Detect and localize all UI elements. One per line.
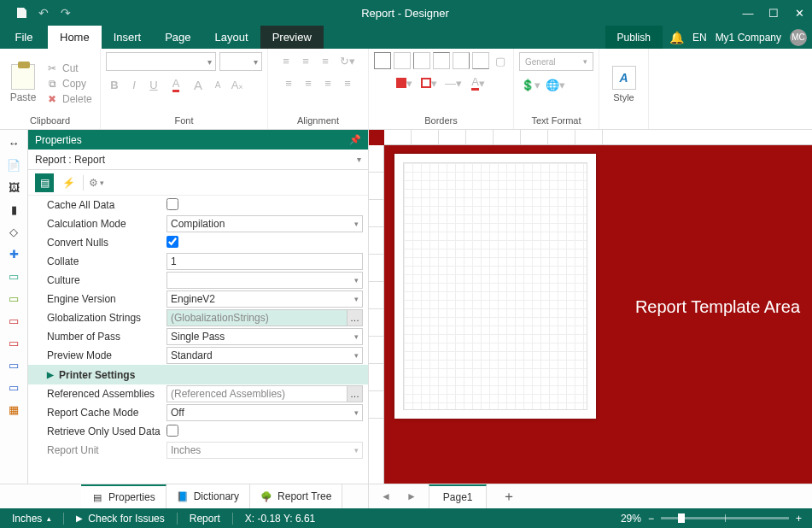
align-bottom-icon[interactable]: ≡: [317, 52, 334, 69]
bold-button[interactable]: B: [106, 76, 123, 93]
font-color-button[interactable]: A: [165, 76, 187, 93]
tool-component-icon[interactable]: ✚: [4, 244, 23, 263]
page-prev-button[interactable]: ◄: [377, 490, 394, 502]
page-tab[interactable]: Page1: [429, 484, 488, 508]
property-value[interactable]: [166, 198, 368, 213]
tool-text-icon[interactable]: 📄: [4, 155, 23, 174]
style-icon[interactable]: A: [612, 66, 636, 90]
minimize-button[interactable]: —: [735, 0, 761, 26]
property-combo[interactable]: Off▾: [166, 404, 363, 421]
property-value[interactable]: Single Pass▾: [166, 328, 368, 345]
property-value[interactable]: Compilation▾: [166, 215, 368, 232]
border-left-button[interactable]: [413, 52, 430, 69]
border-color-button[interactable]: ▾: [418, 74, 440, 91]
locale-button[interactable]: 🌐▾: [544, 76, 566, 93]
company-label[interactable]: My1 Company: [716, 32, 781, 44]
property-ellipsis[interactable]: (Referenced Assemblies)…: [166, 385, 363, 402]
add-page-button[interactable]: ＋: [495, 488, 523, 506]
tool-band3-icon[interactable]: ▭: [4, 311, 23, 330]
align-top-icon[interactable]: ≡: [277, 52, 295, 69]
tool-shape-icon[interactable]: ◇: [4, 222, 23, 241]
font-name-select[interactable]: ▾: [106, 52, 216, 71]
tab-report-tree[interactable]: 🌳Report Tree: [250, 484, 342, 508]
copy-button[interactable]: ⧉Copy: [46, 78, 92, 90]
property-combo[interactable]: Single Pass▾: [166, 328, 363, 345]
property-checkbox[interactable]: [166, 198, 178, 210]
tool-cross-icon[interactable]: ▭: [4, 355, 23, 374]
property-combo[interactable]: EngineV2▾: [166, 290, 363, 308]
shadow-button[interactable]: ▢: [492, 52, 509, 69]
property-combo[interactable]: Standard▾: [166, 347, 363, 364]
align-left-icon[interactable]: ≡: [280, 74, 297, 91]
property-value[interactable]: [166, 236, 368, 250]
menu-page[interactable]: Page: [153, 26, 202, 49]
undo-icon[interactable]: ↶: [34, 3, 53, 22]
align-center-icon[interactable]: ≡: [300, 74, 317, 91]
page-next-button[interactable]: ►: [403, 490, 420, 502]
property-value[interactable]: [166, 425, 368, 439]
settings-button[interactable]: ⚙▾: [89, 177, 104, 189]
menu-file[interactable]: File: [0, 26, 48, 49]
zoom-out-button[interactable]: −: [648, 513, 654, 525]
property-combo[interactable]: Inches▾: [166, 442, 363, 459]
events-tab-icon[interactable]: ⚡: [59, 173, 78, 192]
menu-home[interactable]: Home: [48, 26, 102, 49]
property-value[interactable]: (GlobalizationStrings)…: [166, 309, 368, 326]
publish-button[interactable]: Publish: [605, 26, 663, 49]
border-bottom-button[interactable]: [472, 52, 489, 69]
page-preview[interactable]: [394, 154, 596, 419]
properties-breadcrumb[interactable]: Report : Report: [35, 154, 105, 166]
tool-band4-icon[interactable]: ▭: [4, 333, 23, 352]
property-input[interactable]: [166, 253, 363, 270]
save-icon[interactable]: [12, 3, 31, 22]
property-value[interactable]: Standard▾: [166, 347, 368, 364]
units-button[interactable]: Inches▴: [0, 513, 63, 525]
property-value[interactable]: EngineV2▾: [166, 290, 368, 308]
border-all-button[interactable]: [374, 52, 391, 69]
chevron-down-icon[interactable]: ▾: [357, 155, 361, 164]
tool-panel-icon[interactable]: ▭: [4, 378, 23, 396]
language-label[interactable]: EN: [692, 32, 707, 44]
zoom-slider[interactable]: [661, 517, 789, 519]
italic-button[interactable]: I: [126, 76, 143, 93]
tool-image-icon[interactable]: 🖼: [4, 178, 23, 197]
align-right-icon[interactable]: ≡: [319, 74, 336, 91]
zoom-in-button[interactable]: +: [796, 513, 802, 525]
property-value[interactable]: [166, 253, 368, 270]
tab-dictionary[interactable]: 📘Dictionary: [166, 484, 250, 508]
design-canvas[interactable]: Report Template Area: [369, 130, 812, 484]
property-checkbox[interactable]: [166, 236, 178, 248]
avatar[interactable]: MC: [790, 29, 807, 46]
shrink-font-button[interactable]: A: [209, 76, 226, 93]
align-middle-icon[interactable]: ≡: [297, 52, 314, 69]
fill-color-button[interactable]: ▾: [393, 74, 415, 91]
tool-barcode-icon[interactable]: ▮: [4, 200, 23, 219]
bell-icon[interactable]: 🔔: [669, 31, 684, 44]
menu-insert[interactable]: Insert: [102, 26, 154, 49]
property-section[interactable]: ▶Printer Settings: [28, 365, 368, 384]
tab-properties[interactable]: ▤Properties: [81, 484, 166, 508]
menu-preview[interactable]: Preview: [260, 26, 324, 49]
grow-font-button[interactable]: A: [190, 76, 207, 93]
menu-layout[interactable]: Layout: [203, 26, 260, 49]
align-justify-icon[interactable]: ≡: [339, 74, 356, 91]
property-combo[interactable]: ▾: [166, 272, 363, 289]
redo-icon[interactable]: ↷: [56, 3, 75, 22]
tool-table-icon[interactable]: ▦: [4, 400, 23, 419]
tool-band1-icon[interactable]: ▭: [4, 267, 23, 285]
check-issues-button[interactable]: ▶Check for Issues: [64, 513, 176, 525]
property-checkbox[interactable]: [166, 425, 178, 437]
property-ellipsis[interactable]: (GlobalizationStrings)…: [166, 309, 363, 326]
cut-button[interactable]: ✂Cut: [46, 62, 92, 74]
delete-button[interactable]: ✖Delete: [46, 93, 92, 105]
paste-button[interactable]: Paste: [5, 64, 41, 103]
ellipsis-button[interactable]: …: [347, 386, 362, 402]
underline-button[interactable]: U: [145, 76, 162, 93]
pin-icon[interactable]: 📌: [349, 134, 361, 145]
property-value[interactable]: ▾: [166, 272, 368, 289]
clear-format-button[interactable]: Aₓ: [229, 76, 246, 93]
ellipsis-button[interactable]: …: [347, 310, 362, 326]
maximize-button[interactable]: ☐: [761, 0, 786, 26]
close-button[interactable]: ✕: [786, 0, 812, 26]
property-combo[interactable]: Compilation▾: [166, 215, 363, 232]
